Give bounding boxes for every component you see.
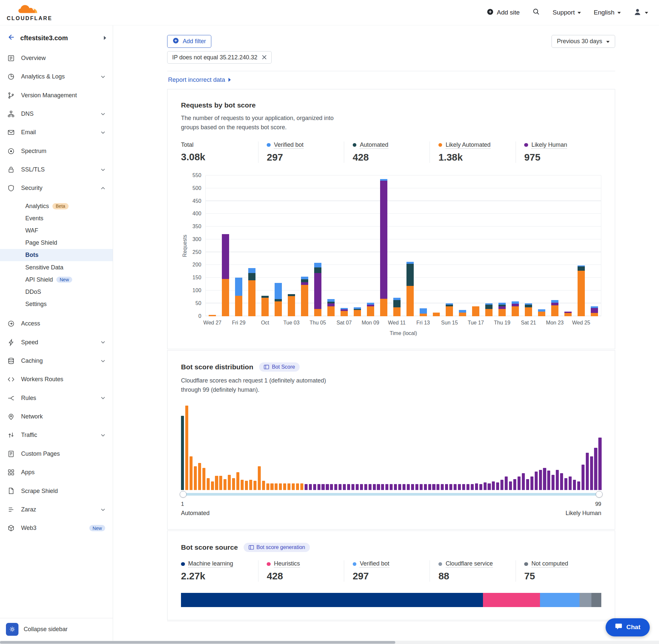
sidebar-item-dns[interactable]: DNS [0, 105, 113, 123]
sidebar-item-spectrum[interactable]: Spectrum [0, 142, 113, 160]
slider-track[interactable] [181, 493, 601, 496]
slider-min-value: 1 [181, 501, 184, 507]
sidebar-item-bots[interactable]: Bots [0, 249, 113, 261]
sidebar-item-overview[interactable]: Overview [0, 49, 113, 67]
chevron-right-icon[interactable] [104, 36, 106, 40]
sidebar-item-security[interactable]: Security [0, 179, 113, 198]
likely-human-label: Likely Human [565, 510, 601, 517]
add-filter-button[interactable]: Add filter [167, 35, 211, 47]
stat-likely-human: Likely Human 975 [516, 141, 601, 163]
report-incorrect-data-link[interactable]: Report incorrect data [168, 76, 225, 84]
likely-automated-dot [439, 143, 442, 147]
sidebar-item-sensitive-data[interactable]: Sensitive Data [0, 261, 113, 273]
filter-toolbar: Add filter IP does not equal 35.212.240.… [167, 35, 615, 64]
chevron-down-icon [617, 12, 621, 14]
cloudflare-dashboard: CLOUDFLARE Add site Support English [0, 0, 659, 644]
sidebar-item-ddos[interactable]: DDoS [0, 286, 113, 298]
slider-handle-min[interactable] [180, 491, 186, 498]
verified-bot-dot [353, 562, 357, 566]
card-title: Bot score distribution [181, 363, 253, 371]
source-segment [540, 593, 580, 607]
stat-not-computed: Not computed 75 [516, 560, 601, 582]
date-range-select[interactable]: Previous 30 days [551, 35, 615, 47]
bot-score-generation-badge[interactable]: Bot score generation [244, 543, 310, 552]
report-row: Report incorrect data [167, 71, 615, 89]
chat-button[interactable]: Chat [606, 618, 650, 637]
sidebar-item-security-analytics[interactable]: Analytics Beta [0, 200, 113, 212]
sidebar-item-traffic[interactable]: Traffic [0, 426, 113, 444]
access-icon [6, 320, 15, 328]
arrow-right-icon [229, 78, 231, 82]
slider-range-values: 1 99 [181, 501, 601, 507]
sidebar-item-workers-routes[interactable]: Workers Routes [0, 370, 113, 389]
sidebar-item-speed[interactable]: Speed [0, 333, 113, 351]
language-menu[interactable]: English [594, 9, 621, 16]
chevron-down-icon [101, 508, 105, 511]
stat-machine-learning: Machine learning 2.27k [181, 560, 258, 582]
bot-score-source-card: Bot score source Bot score generation Ma… [167, 531, 615, 620]
stat-likely-automated: Likely Automated 1.38k [429, 141, 515, 163]
account-menu[interactable] [633, 7, 648, 18]
sidebar-item-zaraz[interactable]: Zaraz [0, 500, 113, 519]
horizontal-scrollbar [0, 641, 659, 644]
scrollbar-thumb[interactable] [0, 641, 395, 644]
card-description: The number of requests to your applicati… [181, 114, 352, 132]
sidebar-item-email[interactable]: Email [0, 123, 113, 142]
support-menu[interactable]: Support [552, 9, 581, 16]
email-icon [6, 128, 15, 137]
filter-chip[interactable]: IP does not equal 35.212.240.32 [167, 51, 272, 64]
chat-bubble-icon [615, 623, 622, 632]
chevron-down-icon [101, 434, 105, 437]
sidebar-item-apps[interactable]: Apps [0, 463, 113, 481]
lightning-icon [6, 338, 15, 347]
slider-handle-max[interactable] [596, 491, 602, 498]
shield-icon [6, 184, 15, 192]
card-description: Cloudflare scores each request 1 (defini… [181, 376, 346, 395]
top-nav: CLOUDFLARE Add site Support English [0, 0, 659, 25]
score-range-slider[interactable] [181, 491, 601, 498]
stat-verified-bot-source: Verified bot 297 [344, 560, 429, 582]
chevron-down-icon [101, 131, 105, 134]
search-icon[interactable] [533, 8, 540, 17]
chevron-down-icon [101, 341, 105, 344]
sidebar-item-custom-pages[interactable]: Custom Pages [0, 444, 113, 463]
sidebar-footer: Collapse sidebar [0, 618, 113, 641]
sidebar-item-rules[interactable]: Rules [0, 389, 113, 407]
sidebar-item-ssl-tls[interactable]: SSL/TLS [0, 160, 113, 179]
bot-score-badge[interactable]: Bot Score [259, 362, 300, 372]
sidebar-item-version-management[interactable]: Version Management [0, 86, 113, 105]
sidebar-item-page-shield[interactable]: Page Shield [0, 237, 113, 249]
cloudflare-logo[interactable]: CLOUDFLARE [6, 4, 52, 21]
sidebar-item-caching[interactable]: Caching [0, 351, 113, 370]
quick-settings-button[interactable] [6, 623, 19, 636]
sidebar-item-api-shield[interactable]: API Shield New [0, 274, 113, 286]
source-stats: Machine learning 2.27k Heuristics 428 Ve… [181, 560, 601, 582]
sidebar-item-access[interactable]: Access [0, 315, 113, 333]
main-content: Add filter IP does not equal 35.212.240.… [113, 25, 659, 641]
remove-filter-icon[interactable] [262, 55, 267, 60]
sidebar-item-security-settings[interactable]: Settings [0, 298, 113, 310]
chevron-up-icon [101, 187, 105, 190]
card-title: Requests by bot score [181, 101, 601, 109]
sidebar-item-analytics-logs[interactable]: Analytics & Logs [0, 68, 113, 86]
site-name[interactable]: cftestsite3.com [20, 34, 99, 42]
back-arrow-icon[interactable] [6, 33, 15, 43]
add-site-button[interactable]: Add site [487, 8, 520, 17]
new-badge: New [89, 525, 105, 531]
sidebar-item-network[interactable]: Network [0, 407, 113, 426]
source-segment [580, 593, 591, 607]
sidebar-item-events[interactable]: Events [0, 212, 113, 225]
requests-chart: Requests 0501001502002503003504004505005… [181, 176, 601, 316]
add-site-icon [487, 8, 494, 17]
automated-label: Automated [181, 510, 210, 517]
new-badge: New [56, 277, 72, 283]
slider-range-labels: Automated Likely Human [181, 510, 601, 517]
source-segment [483, 593, 540, 607]
sidebar-item-scrape-shield[interactable]: Scrape Shield [0, 482, 113, 500]
collapse-sidebar-button[interactable]: Collapse sidebar [24, 626, 68, 633]
requests-stats: Total 3.08k Verified bot 297 Automated 4… [181, 141, 601, 163]
database-icon [6, 357, 15, 365]
sidebar-item-web3[interactable]: Web3 New [0, 519, 113, 537]
sidebar-item-waf[interactable]: WAF [0, 225, 113, 237]
location-pin-icon [6, 413, 15, 421]
